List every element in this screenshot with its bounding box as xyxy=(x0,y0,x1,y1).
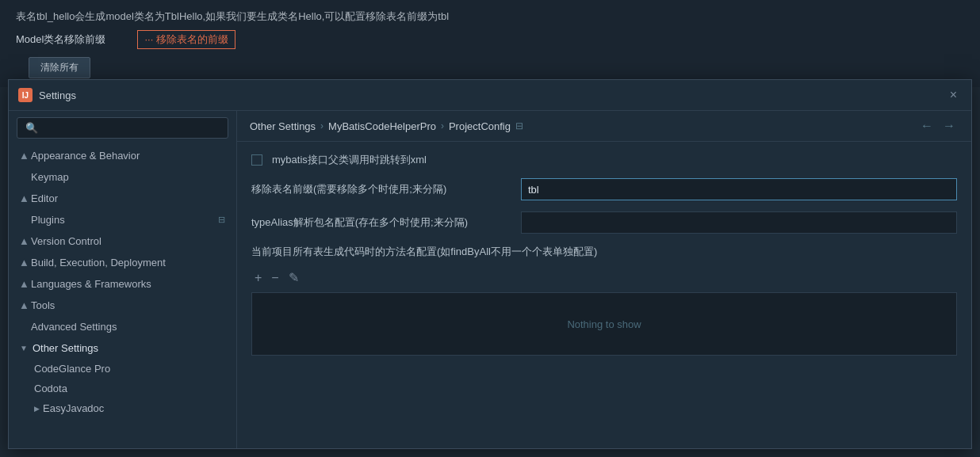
sidebar-item-codota[interactable]: Codota xyxy=(9,379,236,398)
sidebar-item-appearance[interactable]: ▶ Appearance & Behavior xyxy=(9,145,236,166)
search-input[interactable] xyxy=(43,122,220,134)
remove-button[interactable]: − xyxy=(268,270,281,286)
sidebar-item-label: Editor xyxy=(31,192,58,204)
sidebar-item-editor[interactable]: ▶ Editor xyxy=(9,188,236,209)
typealias-input[interactable] xyxy=(521,211,957,234)
sidebar-item-tools[interactable]: ▶ Tools xyxy=(9,295,236,316)
sidebar-item-label: Tools xyxy=(31,299,55,311)
plugins-config-icon: ⊟ xyxy=(218,215,225,225)
sidebar-item-vcs[interactable]: ▶ Version Control xyxy=(9,230,236,252)
sidebar-item-label: Appearance & Behavior xyxy=(31,150,140,162)
dialog-titlebar: IJ Settings × xyxy=(9,80,971,111)
prefix-input[interactable] xyxy=(521,178,957,200)
sidebar-item-languages[interactable]: ▶ Languages & Frameworks xyxy=(9,273,236,295)
sidebar-item-label: Keymap xyxy=(31,171,69,183)
sidebar-item-label: Version Control xyxy=(31,235,101,247)
breadcrumb-bar: Other Settings › MyBatisCodeHelperPro › … xyxy=(237,111,971,142)
method-label: 当前项目所有表生成代码时的方法名配置(如findByAll不用一个个表单独配置) xyxy=(251,245,957,259)
method-section: 当前项目所有表生成代码时的方法名配置(如findByAll不用一个个表单独配置)… xyxy=(251,245,957,356)
arrow-icon: ▼ xyxy=(20,344,28,352)
sidebar-item-other-settings[interactable]: ▼ Other Settings xyxy=(9,337,236,359)
search-icon: 🔍 xyxy=(25,122,38,134)
nothing-to-show: Nothing to show xyxy=(567,318,641,330)
mybatis-checkbox[interactable] xyxy=(251,154,262,166)
nav-back-button[interactable]: ← xyxy=(917,117,936,135)
main-content: Other Settings › MyBatisCodeHelperPro › … xyxy=(237,111,971,448)
breadcrumb-current: ProjectConfig xyxy=(449,120,511,132)
bg-description: 表名tbl_hello会生成model类名为TblHello,如果我们要生成类名… xyxy=(16,10,964,24)
checkbox-row: mybatis接口父类调用时跳转到xml xyxy=(251,153,957,167)
method-table: Nothing to show xyxy=(251,292,957,356)
bg-row2: Model类名移除前缀 ··· 移除表名的前缀 xyxy=(16,30,964,49)
arrow-icon: ▶ xyxy=(19,260,28,266)
sidebar-sub-label: CodeGlance Pro xyxy=(34,363,110,375)
arrow-icon: ▶ xyxy=(19,281,28,288)
sidebar-item-label: Other Settings xyxy=(33,342,98,354)
sidebar-item-codeglance[interactable]: CodeGlance Pro xyxy=(9,359,236,379)
sidebar-item-plugins[interactable]: Plugins ⊟ xyxy=(9,209,236,230)
add-button[interactable]: + xyxy=(251,270,265,286)
checkbox-label: mybatis接口父类调用时跳转到xml xyxy=(272,153,427,167)
bg-model-label: Model类名移除前缀 xyxy=(16,32,105,47)
sidebar-item-label: Languages & Frameworks xyxy=(31,278,151,290)
search-box[interactable]: 🔍 xyxy=(17,117,228,139)
sidebar-item-label: Advanced Settings xyxy=(31,321,117,333)
sidebar-sub-label: Codota xyxy=(34,383,67,394)
sidebar-item-advanced[interactable]: Advanced Settings xyxy=(9,316,236,337)
arrow-icon: ▶ xyxy=(19,196,28,202)
sidebar-item-build[interactable]: ▶ Build, Execution, Deployment xyxy=(9,252,236,273)
nav-forward-button[interactable]: → xyxy=(940,117,959,135)
sidebar-item-label: Build, Execution, Deployment xyxy=(31,257,166,268)
remove-prefix-link[interactable]: ··· 移除表名的前缀 xyxy=(137,30,235,49)
sidebar-item-easyjavadoc[interactable]: ▶ EasyJavadoc xyxy=(9,398,236,418)
breadcrumb-sep-2: › xyxy=(441,120,444,131)
sidebar-sub-label: EasyJavadoc xyxy=(43,402,104,414)
breadcrumb-left: Other Settings › MyBatisCodeHelperPro › … xyxy=(250,120,523,132)
settings-dialog: IJ Settings × 🔍 ▶ Appearance & Behavior … xyxy=(8,79,972,449)
sidebar-item-keymap[interactable]: Keymap xyxy=(9,166,236,188)
clear-all-button[interactable]: 清除所有 xyxy=(29,57,90,78)
dialog-title-left: IJ Settings xyxy=(18,88,76,102)
arrow-icon: ▶ xyxy=(19,153,28,159)
dialog-title: Settings xyxy=(39,89,76,101)
typealias-label: typeAlias解析包名配置(存在多个时使用;来分隔) xyxy=(251,215,521,230)
arrow-icon: ▶ xyxy=(19,238,28,245)
form-section: mybatis接口父类调用时跳转到xml 移除表名前缀(需要移除多个时使用;来分… xyxy=(237,142,971,448)
plugins-label: Plugins xyxy=(20,214,65,226)
dialog-app-icon: IJ xyxy=(18,88,33,102)
breadcrumb-item-1: Other Settings xyxy=(250,120,316,132)
edit-button[interactable]: ✎ xyxy=(285,270,302,286)
prefix-input-row: 移除表名前缀(需要移除多个时使用;来分隔) xyxy=(251,178,957,200)
breadcrumb-sep-1: › xyxy=(320,120,323,131)
method-toolbar: + − ✎ xyxy=(251,267,957,289)
breadcrumb-item-2: MyBatisCodeHelperPro xyxy=(328,120,436,132)
settings-sidebar: 🔍 ▶ Appearance & Behavior Keymap ▶ Edito… xyxy=(9,111,237,448)
close-button[interactable]: × xyxy=(945,86,962,104)
arrow-icon: ▶ xyxy=(34,405,40,413)
dialog-body: 🔍 ▶ Appearance & Behavior Keymap ▶ Edito… xyxy=(9,111,971,448)
background-layer: 表名tbl_hello会生成model类名为TblHello,如果我们要生成类名… xyxy=(0,0,980,87)
prefix-label: 移除表名前缀(需要移除多个时使用;来分隔) xyxy=(251,182,521,196)
typealias-input-row: typeAlias解析包名配置(存在多个时使用;来分隔) xyxy=(251,211,957,234)
arrow-icon: ▶ xyxy=(19,303,28,309)
breadcrumb-settings-icon: ⊟ xyxy=(515,120,523,131)
breadcrumb-nav: ← → xyxy=(917,117,959,135)
